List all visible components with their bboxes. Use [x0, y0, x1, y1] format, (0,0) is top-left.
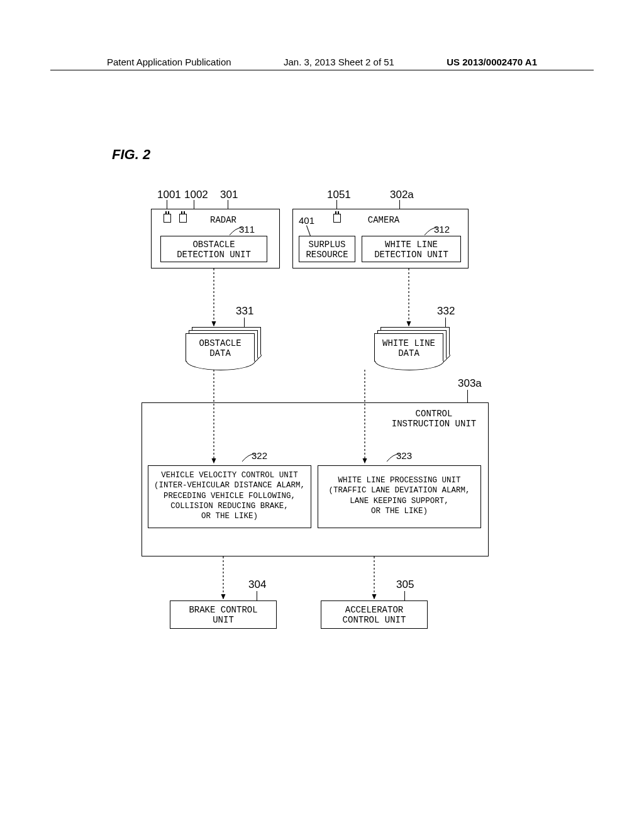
page-header: Patent Application Publication Jan. 3, 2… [50, 0, 594, 70]
header-right: US 2013/0002470 A1 [447, 57, 537, 67]
diagram-fig2: 1001 1002 301 1051 302a RADAR 311 OBSTAC… [132, 189, 503, 685]
arrows-svg [132, 189, 509, 692]
figure-label: FIG. 2 [112, 147, 150, 163]
header-center: Jan. 3, 2013 Sheet 2 of 51 [284, 57, 394, 67]
header-left: Patent Application Publication [107, 57, 231, 67]
